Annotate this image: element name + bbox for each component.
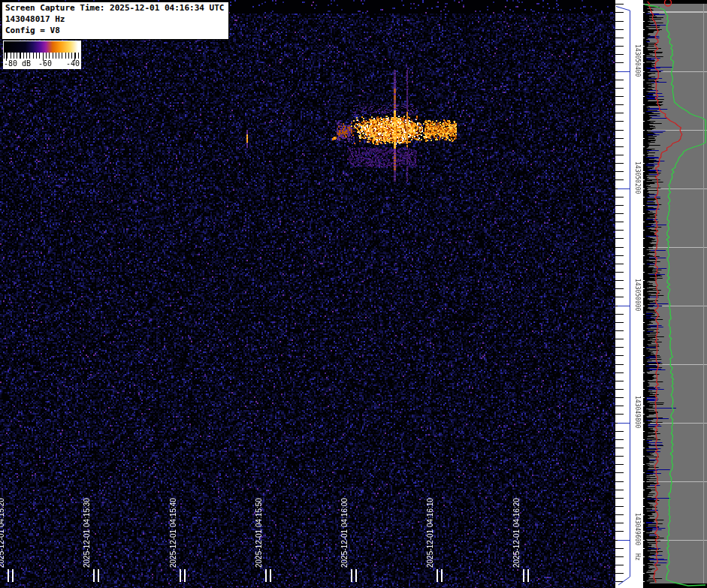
time-tick (93, 569, 95, 582)
colorbar-label-max: -40 (66, 59, 80, 68)
time-tick (270, 569, 271, 582)
frequency-unit-label: Hz (634, 553, 641, 561)
frequency-label: 143050000 (634, 279, 641, 311)
spectrogram-app-window: Screen Capture Time: 2025-12-01 04:16:34… (0, 0, 707, 588)
time-label: 2025-12-01 04:15:20 (0, 498, 6, 568)
time-tick (351, 569, 352, 582)
frequency-label: 143050400 (634, 44, 641, 77)
config-readout: Config = V8 (5, 26, 224, 37)
time-tick (184, 569, 186, 582)
colorbar-labels: -80 dB -60 -40 (4, 59, 80, 68)
time-label: 2025-12-01 04:16:20 (512, 498, 521, 568)
time-tick (523, 569, 524, 582)
frequency-label: 143049600 (634, 513, 641, 545)
time-label: 2025-12-01 04:15:40 (168, 498, 178, 568)
frequency-readout: 143048017 Hz (5, 14, 224, 26)
time-tick (527, 569, 529, 582)
time-tick (180, 569, 181, 582)
frequency-label: 143049800 (634, 396, 641, 428)
colorbar-label-mid: -60 (38, 59, 52, 68)
time-label: 2025-12-01 04:15:30 (82, 498, 92, 568)
time-label: 2025-12-01 04:16:00 (340, 498, 349, 568)
time-tick (441, 569, 443, 582)
colorbar-gradient (4, 41, 80, 53)
capture-info-overlay: Screen Capture Time: 2025-12-01 04:16:34… (2, 2, 229, 40)
frequency-label: 143050200 (634, 161, 641, 194)
waterfall-display[interactable] (0, 0, 615, 588)
time-tick (98, 569, 99, 582)
time-label: 2025-12-01 04:15:50 (254, 498, 264, 568)
spectrum-side-panel (643, 0, 707, 588)
intensity-colorbar: -80 dB -60 -40 (3, 41, 81, 69)
time-label: 2025-12-01 04:16:10 (425, 498, 435, 568)
capture-time-text: Screen Capture Time: 2025-12-01 04:16:34… (5, 3, 224, 14)
time-tick (8, 569, 9, 582)
time-tick (265, 569, 267, 582)
time-tick (12, 569, 14, 582)
colorbar-tick-ruler (4, 53, 80, 59)
colorbar-label-min: -80 dB (4, 59, 31, 68)
time-tick (355, 569, 357, 582)
time-tick (437, 569, 438, 582)
